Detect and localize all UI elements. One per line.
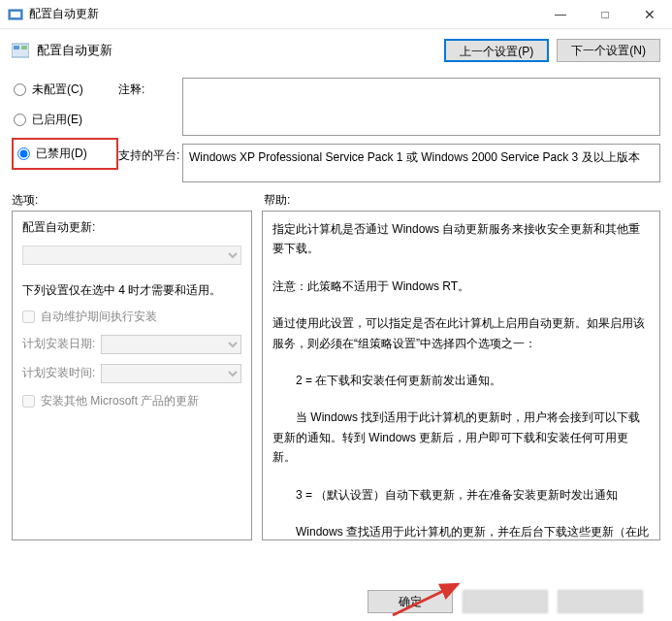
header: 配置自动更新 上一个设置(P) 下一个设置(N)	[0, 29, 672, 70]
platform-label: 支持的平台:	[118, 144, 182, 164]
comment-label: 注释:	[118, 78, 182, 98]
help-panel: 指定此计算机是否通过 Windows 自动更新服务来接收安全更新和其他重要下载。…	[262, 211, 660, 540]
checkbox-label: 自动维护期间执行安装	[41, 309, 157, 325]
other-ms-checkbox[interactable]: 安装其他 Microsoft 产品的更新	[22, 393, 241, 409]
options-label: 选项:	[12, 192, 264, 209]
next-setting-button[interactable]: 下一个设置(N)	[557, 39, 660, 62]
maximize-button[interactable]: □	[583, 0, 627, 28]
options-subtitle: 下列设置仅在选中 4 时才需要和适用。	[22, 282, 241, 299]
panels: 配置自动更新: 下列设置仅在选中 4 时才需要和适用。 自动维护期间执行安装 计…	[0, 211, 672, 540]
svg-rect-4	[21, 46, 27, 49]
disabled-highlight: 已禁用(D)	[12, 138, 118, 170]
header-title: 配置自动更新	[37, 42, 444, 59]
radio-not-configured[interactable]: 未配置(C)	[12, 78, 118, 102]
radio-enabled[interactable]: 已启用(E)	[12, 108, 118, 132]
close-button[interactable]: ✕	[627, 0, 672, 28]
install-time-label: 计划安装时间:	[22, 365, 95, 381]
ok-button[interactable]: 确定	[368, 590, 453, 613]
radio-label: 已启用(E)	[32, 112, 82, 128]
help-text: 指定此计算机是否通过 Windows 自动更新服务来接收安全更新和其他重要下载。	[272, 219, 650, 259]
install-date-row: 计划安装日期:	[22, 335, 241, 354]
install-time-select[interactable]	[101, 364, 241, 383]
radio-disabled[interactable]: 已禁用(D)	[16, 142, 114, 166]
comment-input[interactable]	[182, 78, 660, 136]
update-mode-select[interactable]	[22, 245, 241, 265]
svg-rect-3	[14, 46, 19, 49]
options-panel: 配置自动更新: 下列设置仅在选中 4 时才需要和适用。 自动维护期间执行安装 计…	[12, 211, 252, 540]
blurred-button[interactable]	[463, 590, 548, 613]
help-text: 当 Windows 找到适用于此计算机的更新时，用户将会接到可以下载更新的通知。…	[272, 408, 650, 467]
help-text: 注意：此策略不适用于 Windows RT。	[272, 277, 650, 296]
platform-text: Windows XP Professional Service Pack 1 或…	[182, 144, 660, 182]
state-config: 未配置(C) 已启用(E) 已禁用(D) 注释: 支持的平台: Windows …	[0, 70, 672, 182]
policy-icon	[12, 42, 29, 59]
help-label: 帮助:	[264, 192, 290, 209]
prev-setting-button[interactable]: 上一个设置(P)	[444, 39, 549, 62]
install-date-select[interactable]	[101, 335, 241, 354]
footer-buttons: 确定	[368, 590, 643, 613]
titlebar: 配置自动更新 — □ ✕	[0, 0, 672, 29]
install-date-label: 计划安装日期:	[22, 336, 95, 352]
window-controls: — □ ✕	[538, 0, 672, 28]
help-text: 3 = （默认设置）自动下载更新，并在准备安装更新时发出通知	[272, 485, 650, 505]
minimize-button[interactable]: —	[538, 0, 583, 28]
help-text: 通过使用此设置，可以指定是否在此计算机上启用自动更新。如果启用该服务，则必须在“…	[272, 313, 650, 353]
auto-maint-checkbox[interactable]: 自动维护期间执行安装	[22, 309, 241, 325]
svg-rect-1	[11, 12, 20, 17]
blurred-button[interactable]	[558, 590, 643, 613]
help-text: 2 = 在下载和安装任何更新前发出通知。	[272, 371, 650, 390]
panel-labels: 选项: 帮助:	[0, 182, 672, 211]
install-time-row: 计划安装时间:	[22, 364, 241, 383]
app-icon	[8, 7, 23, 22]
options-group-title: 配置自动更新:	[22, 219, 241, 236]
window-title: 配置自动更新	[29, 6, 538, 22]
radio-label: 已禁用(D)	[36, 146, 87, 162]
help-text: Windows 查找适用于此计算机的更新，并在后台下载这些更新（在此过程中，用户…	[272, 522, 650, 540]
radio-label: 未配置(C)	[32, 82, 83, 98]
checkbox-label: 安装其他 Microsoft 产品的更新	[41, 393, 199, 409]
